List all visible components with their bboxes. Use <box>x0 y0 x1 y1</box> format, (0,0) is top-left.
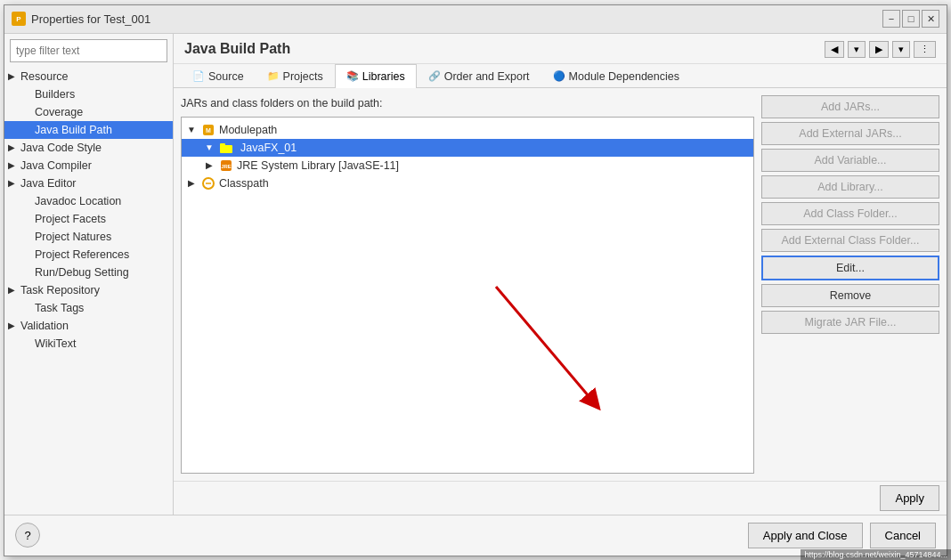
sidebar-item-project-facets[interactable]: Project Facets <box>4 210 173 228</box>
nav-forward-dropdown-button[interactable]: ▾ <box>892 41 910 58</box>
folder-icon <box>219 141 233 155</box>
sidebar-item-label: Java Code Style <box>20 142 102 154</box>
remove-button[interactable]: Remove <box>761 284 939 307</box>
sidebar-item-label: Builders <box>35 88 75 101</box>
sidebar-item-label: Coverage <box>35 106 83 118</box>
expand-arrow-icon: ▶ <box>8 160 15 170</box>
apply-close-button[interactable]: Apply and Close <box>748 523 863 548</box>
tree-item-jre[interactable]: ▶JREJRE System Library [JavaSE-11] <box>182 157 753 174</box>
tab-source[interactable]: 📄Source <box>181 64 256 88</box>
dialog-body: ▶ResourceBuildersCoverageJava Build Path… <box>4 34 947 515</box>
sidebar-item-resource[interactable]: ▶Resource <box>4 68 173 85</box>
sidebar-item-label: Resource <box>20 70 69 83</box>
title-bar-left: P Properties for Test_001 <box>12 12 150 26</box>
nav-back-dropdown-button[interactable]: ▾ <box>848 41 866 58</box>
sidebar-item-task-repository[interactable]: ▶Task Repository <box>4 281 173 299</box>
migrate-jar-button: Migrate JAR File... <box>761 311 939 334</box>
sidebar-item-label: Javadoc Location <box>35 195 121 207</box>
tree-item-javafx01[interactable]: ▼JavaFX_01 <box>182 139 753 157</box>
right-buttons: Add JARs...Add External JARs...Add Varia… <box>761 95 939 474</box>
sidebar: ▶ResourceBuildersCoverageJava Build Path… <box>4 34 174 515</box>
sidebar-item-java-code-style[interactable]: ▶Java Code Style <box>4 139 173 157</box>
tab-label: Libraries <box>362 70 405 83</box>
maximize-button[interactable]: □ <box>902 10 920 28</box>
sidebar-item-java-editor[interactable]: ▶Java Editor <box>4 174 173 192</box>
sidebar-item-task-tags[interactable]: Task Tags <box>4 299 173 317</box>
edit-button[interactable]: Edit... <box>761 256 939 280</box>
sidebar-item-java-compiler[interactable]: ▶Java Compiler <box>4 157 173 174</box>
module-dependencies-tab-icon: 🔵 <box>553 70 565 83</box>
tab-order-export[interactable]: 🔗Order and Export <box>417 64 541 88</box>
sidebar-item-label: Java Build Path <box>35 124 112 136</box>
add-class-folder-button: Add Class Folder... <box>761 202 939 225</box>
sidebar-item-builders[interactable]: Builders <box>4 85 173 103</box>
nav-forward-button[interactable]: ▶ <box>869 41 889 58</box>
sidebar-item-java-build-path[interactable]: Java Build Path <box>4 121 173 139</box>
sidebar-item-label: Java Editor <box>20 177 77 190</box>
bottom-bar: ? Apply and Close Cancel <box>4 515 947 556</box>
svg-text:JRE: JRE <box>221 164 232 169</box>
expand-arrow-icon: ▶ <box>8 321 15 330</box>
tab-label: Module Dependencies <box>569 70 679 83</box>
sidebar-item-label: Project References <box>35 248 129 261</box>
help-button[interactable]: ? <box>15 523 40 548</box>
add-variable-button: Add Variable... <box>761 149 939 172</box>
sidebar-item-project-natures[interactable]: Project Natures <box>4 228 173 246</box>
sidebar-item-label: Project Facets <box>35 213 106 225</box>
title-bar: P Properties for Test_001 − □ ✕ <box>4 5 947 34</box>
svg-rect-6 <box>220 143 225 147</box>
jre-icon: JRE <box>219 158 233 173</box>
sidebar-item-validation[interactable]: ▶Validation <box>4 317 173 335</box>
sidebar-item-project-references[interactable]: Project References <box>4 246 173 264</box>
tab-libraries[interactable]: 📚Libraries <box>335 64 417 88</box>
title-controls: − □ ✕ <box>882 10 939 28</box>
tab-module-dependencies[interactable]: 🔵Module Dependencies <box>541 64 691 88</box>
tab-label: Projects <box>283 70 323 83</box>
add-external-class-folder-button: Add External Class Folder... <box>761 229 939 252</box>
sidebar-item-label: Java Compiler <box>20 159 92 172</box>
source-tab-icon: 📄 <box>192 70 205 83</box>
tree-item-label: Modulepath <box>219 124 277 136</box>
nav-controls: ◀ ▾ ▶ ▾ ⋮ <box>825 41 936 58</box>
bottom-right-buttons: Apply and Close Cancel <box>748 523 936 548</box>
close-button[interactable]: ✕ <box>922 10 939 28</box>
sidebar-item-run-debug-setting[interactable]: Run/Debug Setting <box>4 264 173 281</box>
tree-item-label: Classpath <box>219 177 269 190</box>
description-text: JARs and class folders on the build path… <box>181 95 754 111</box>
sidebar-item-label: Project Natures <box>35 231 111 243</box>
svg-text:P: P <box>16 15 21 23</box>
tree-item-label: JavaFX_01 <box>237 141 300 155</box>
dialog-icon: P <box>12 12 26 26</box>
expand-arrow-icon: ▶ <box>8 285 15 295</box>
tree-item-classpath[interactable]: ▶Classpath <box>182 174 753 192</box>
order-export-tab-icon: 🔗 <box>428 70 441 83</box>
minimize-button[interactable]: − <box>882 10 900 28</box>
apply-row: Apply <box>174 481 947 515</box>
expand-arrow-icon: ▶ <box>8 71 15 81</box>
content-title: Java Build Path <box>184 41 290 57</box>
dialog-window: P Properties for Test_001 − □ ✕ ▶Resourc… <box>4 4 947 556</box>
dialog-title: Properties for Test_001 <box>31 12 150 26</box>
tab-label: Source <box>208 70 244 83</box>
tab-projects[interactable]: 📁Projects <box>256 64 335 88</box>
apply-button[interactable]: Apply <box>880 485 939 511</box>
sidebar-list: ▶ResourceBuildersCoverageJava Build Path… <box>4 68 173 515</box>
sidebar-item-wikitext[interactable]: WikiText <box>4 335 173 353</box>
tree-expand-icon: ▼ <box>185 125 198 134</box>
content-body: JARs and class folders on the build path… <box>174 88 947 481</box>
content-area: Java Build Path ◀ ▾ ▶ ▾ ⋮ 📄Source📁Projec… <box>174 34 947 515</box>
tree-item-modulepath[interactable]: ▼MModulepath <box>182 121 753 139</box>
sidebar-item-javadoc-location[interactable]: Javadoc Location <box>4 192 173 210</box>
sidebar-item-label: Validation <box>20 320 69 332</box>
libraries-tab-icon: 📚 <box>346 70 359 83</box>
tree-expand-icon: ▶ <box>185 178 198 188</box>
sidebar-item-coverage[interactable]: Coverage <box>4 103 173 121</box>
svg-text:M: M <box>206 127 211 134</box>
tabs-bar: 📄Source📁Projects📚Libraries🔗Order and Exp… <box>174 64 947 88</box>
tab-label: Order and Export <box>444 70 530 83</box>
tree-view: ▼MModulepath▼JavaFX_01▶JREJRE System Lib… <box>181 117 754 474</box>
cancel-button[interactable]: Cancel <box>870 523 936 548</box>
nav-menu-button[interactable]: ⋮ <box>914 41 936 58</box>
filter-input[interactable] <box>10 39 167 62</box>
nav-back-button[interactable]: ◀ <box>825 41 844 58</box>
